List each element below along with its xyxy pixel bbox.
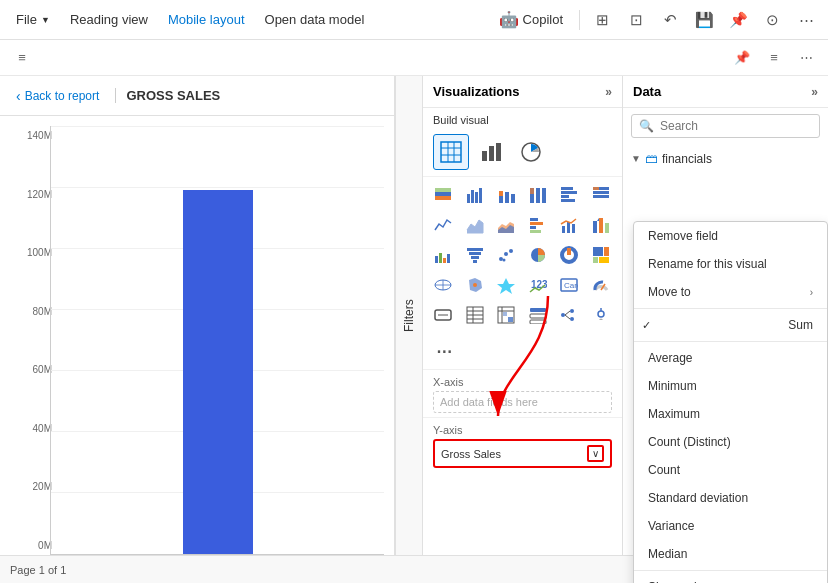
publish-icon[interactable]: ⊙	[758, 6, 786, 34]
viz-stacked-area[interactable]	[492, 211, 520, 239]
y-axis-dropdown-arrow[interactable]: ∨	[587, 445, 604, 462]
show-value-as-item[interactable]: Show value as ›	[634, 573, 827, 583]
std-dev-item[interactable]: Standard deviation	[634, 484, 827, 512]
viz-scatter[interactable]	[492, 241, 520, 269]
svg-rect-36	[562, 226, 565, 233]
viz-100-column[interactable]	[524, 181, 552, 209]
svg-rect-40	[599, 218, 603, 233]
viz-pie[interactable]	[524, 241, 552, 269]
svg-rect-9	[435, 192, 451, 196]
count-distinct-item[interactable]: Count (Distinct)	[634, 428, 827, 456]
more-toolbar-icon[interactable]: ⋯	[792, 44, 820, 72]
svg-rect-49	[471, 256, 479, 259]
viz-100-bar[interactable]	[587, 181, 615, 209]
svg-rect-34	[530, 226, 536, 229]
variance-item[interactable]: Variance	[634, 512, 827, 540]
toolbar-row: ≡ 📌 ≡ ⋯	[0, 40, 828, 76]
viz-ribbon[interactable]	[587, 211, 615, 239]
save-icon[interactable]: 💾	[690, 6, 718, 34]
median-item[interactable]: Median	[634, 540, 827, 568]
viz-stacked-bar[interactable]	[429, 181, 457, 209]
layout-icon[interactable]: ⊡	[622, 6, 650, 34]
svg-rect-59	[593, 257, 598, 263]
reading-view-menu[interactable]: Reading view	[62, 8, 156, 31]
viz-icons-grid: 123 Card	[423, 177, 622, 333]
viz-kpi[interactable]: 123	[524, 271, 552, 299]
svg-rect-38	[572, 224, 575, 233]
viz-matrix[interactable]	[492, 301, 520, 329]
sum-item[interactable]: ✓ Sum	[634, 311, 827, 339]
x-axis-label: X-axis	[433, 376, 612, 388]
remove-field-item[interactable]: Remove field	[634, 222, 827, 250]
hamburger-icon[interactable]: ≡	[8, 44, 36, 72]
viz-bar-chart[interactable]	[555, 181, 583, 209]
viz-waterfall[interactable]	[429, 241, 457, 269]
viz-panel-expand-icon[interactable]: »	[605, 85, 612, 99]
viz-geo-map[interactable]	[587, 301, 615, 329]
pin-icon[interactable]: 📌	[724, 6, 752, 34]
viz-stacked-column[interactable]	[492, 181, 520, 209]
back-report-button[interactable]: ‹ Back to report	[10, 84, 105, 108]
svg-rect-25	[561, 191, 577, 194]
viz-clustered-bar[interactable]	[524, 211, 552, 239]
svg-rect-39	[593, 221, 597, 233]
svg-rect-37	[567, 222, 570, 233]
viz-more-row: ⋯	[423, 333, 622, 369]
count-item[interactable]: Count	[634, 456, 827, 484]
viz-gauge[interactable]	[587, 271, 615, 299]
svg-rect-13	[471, 190, 474, 203]
viz-map[interactable]	[429, 271, 457, 299]
viz-azure-map[interactable]	[492, 271, 520, 299]
report-panel: ‹ Back to report GROSS SALES 140M 120M 1…	[0, 76, 395, 555]
undo-icon[interactable]: ↶	[656, 6, 684, 34]
svg-rect-58	[604, 247, 609, 256]
open-data-model-menu[interactable]: Open data model	[257, 8, 373, 31]
move-to-item[interactable]: Move to ›	[634, 278, 827, 306]
minimum-item[interactable]: Minimum	[634, 372, 827, 400]
viz-text-filter[interactable]	[429, 301, 457, 329]
svg-rect-24	[561, 187, 573, 190]
bar-gross-sales[interactable]	[183, 190, 253, 554]
pin-toolbar-icon[interactable]: 📌	[728, 44, 756, 72]
rename-visual-item[interactable]: Rename for this visual	[634, 250, 827, 278]
viz-icon-bar[interactable]	[473, 134, 509, 170]
svg-rect-79	[503, 312, 507, 316]
viz-panel-title: Visualizations	[433, 84, 519, 99]
y-axis-field[interactable]: Gross Sales ∨	[433, 439, 612, 468]
file-menu[interactable]: File ▼	[8, 8, 58, 31]
filter-toolbar-icon[interactable]: ≡	[760, 44, 788, 72]
svg-rect-19	[511, 194, 515, 203]
financials-tree-item[interactable]: ▼ 🗃 financials	[623, 148, 828, 169]
financials-label: financials	[662, 152, 712, 166]
copilot-menu[interactable]: 🤖 Copilot	[491, 6, 571, 33]
viz-more-button[interactable]: ⋯	[431, 337, 459, 365]
viz-card[interactable]: Card	[555, 271, 583, 299]
viz-treemap[interactable]	[587, 241, 615, 269]
more-icon[interactable]: ⋯	[792, 6, 820, 34]
viz-area[interactable]	[461, 211, 489, 239]
viz-table-icon[interactable]	[461, 301, 489, 329]
mobile-layout-menu[interactable]: Mobile layout	[160, 8, 253, 31]
viz-funnel[interactable]	[461, 241, 489, 269]
svg-rect-33	[530, 222, 543, 225]
average-item[interactable]: Average	[634, 344, 827, 372]
viz-filled-map[interactable]	[461, 271, 489, 299]
svg-line-87	[565, 311, 570, 315]
viz-donut[interactable]	[555, 241, 583, 269]
svg-rect-80	[508, 317, 513, 322]
viz-line[interactable]	[429, 211, 457, 239]
filters-tab[interactable]: Filters	[395, 76, 423, 555]
data-panel-expand-icon[interactable]: »	[811, 85, 818, 99]
search-input[interactable]	[631, 114, 820, 138]
binoculars-icon[interactable]: ⊞	[588, 6, 616, 34]
viz-line-bar[interactable]	[555, 211, 583, 239]
maximum-item[interactable]: Maximum	[634, 400, 827, 428]
viz-icon-analytics[interactable]	[513, 134, 549, 170]
viz-icon-table[interactable]	[433, 134, 469, 170]
viz-column-chart[interactable]	[461, 181, 489, 209]
x-axis-field[interactable]: Add data fields here	[433, 391, 612, 413]
menu-bar: File ▼ Reading view Mobile layout Open d…	[0, 0, 828, 40]
svg-text:Card: Card	[564, 281, 578, 290]
viz-decomp-tree[interactable]	[555, 301, 583, 329]
viz-slicer[interactable]	[524, 301, 552, 329]
